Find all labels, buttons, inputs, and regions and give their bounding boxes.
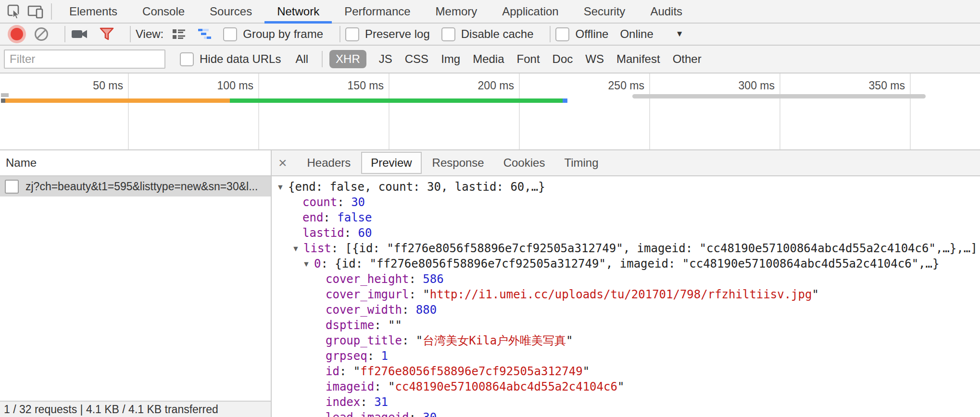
preserve-log-checkbox[interactable] <box>345 27 359 41</box>
json-segment: end <box>302 211 323 224</box>
capture-screenshots-button[interactable] <box>70 25 88 43</box>
network-toolbar: View: Group by frame <box>0 24 980 46</box>
json-segment: : <box>337 196 351 209</box>
tab-network[interactable]: Network <box>264 0 332 23</box>
record-button[interactable] <box>11 28 23 40</box>
network-status-bar: 1 / 32 requests | 4.1 KB / 4.1 KB transf… <box>0 401 271 417</box>
detail-tab-response[interactable]: Response <box>424 153 493 173</box>
json-segment: cover_height <box>326 272 409 286</box>
hide-data-urls-checkbox[interactable] <box>180 52 194 66</box>
request-list: zj?ch=beauty&t1=595&listtype=new&sn=30&l… <box>0 176 271 196</box>
request-name: zj?ch=beauty&t1=595&listtype=new&sn=30&l… <box>25 180 258 193</box>
offline-checkbox[interactable] <box>555 27 569 41</box>
filter-type-manifest[interactable]: Manifest <box>616 52 660 66</box>
expand-arrow-icon[interactable]: ▼ <box>292 241 303 257</box>
json-segment: imageid <box>326 380 374 393</box>
timeline-gridline <box>779 74 780 149</box>
json-segment: "" <box>388 319 402 332</box>
detail-tab-cookies[interactable]: Cookies <box>495 153 554 173</box>
overview-bar-dark-tip <box>1 98 5 103</box>
name-column-header[interactable]: Name <box>0 150 271 176</box>
preserve-log-option: Preserve log <box>345 27 430 41</box>
expand-arrow-icon[interactable]: ▼ <box>302 257 314 272</box>
filter-type-img[interactable]: Img <box>441 52 460 66</box>
json-segment: index <box>326 395 360 409</box>
group-by-frame-label: Group by frame <box>243 27 323 41</box>
request-checkbox[interactable] <box>5 180 19 194</box>
filter-type-css[interactable]: CSS <box>405 52 428 66</box>
json-segment: 31 <box>374 395 388 409</box>
filter-type-xhr[interactable]: XHR <box>329 50 366 68</box>
json-tree-line: imageid: "cc48190e57100864abc4d55a2c4104… <box>272 379 980 394</box>
json-tree-line: ▼{end: false, count: 30, lastid: 60,…} <box>272 179 980 195</box>
timeline-gridline <box>519 74 520 149</box>
detail-tab-preview[interactable]: Preview <box>361 152 421 174</box>
filter-type-doc[interactable]: Doc <box>553 52 573 66</box>
toolbar-divider-3 <box>339 26 340 42</box>
throttling-select[interactable]: Online <box>620 27 653 41</box>
json-segment: : <box>402 303 416 317</box>
json-segment: {end: false, count: 30, lastid: 60,…} <box>288 180 545 194</box>
tab-elements[interactable]: Elements <box>57 0 130 23</box>
json-segment: 880 <box>416 303 437 317</box>
json-tree-line: cover_height: 586 <box>272 271 980 287</box>
filter-input[interactable] <box>4 49 165 69</box>
offline-label: Offline <box>575 27 608 41</box>
json-segment: 1 <box>381 349 388 363</box>
preserve-log-label: Preserve log <box>365 27 430 41</box>
filter-type-ws[interactable]: WS <box>585 52 604 66</box>
json-segment: " <box>812 288 818 301</box>
json-segment: : <box>339 365 353 378</box>
waterfall-toggle-button[interactable] <box>197 26 213 42</box>
filter-type-other[interactable]: Other <box>673 52 702 66</box>
tab-console[interactable]: Console <box>130 0 197 23</box>
detail-tab-timing[interactable]: Timing <box>555 153 607 173</box>
detail-tab-headers[interactable]: Headers <box>299 153 360 173</box>
json-tree-line: lead_imageid: 30 <box>272 410 980 417</box>
json-segment: : <box>374 319 388 332</box>
table-row[interactable]: zj?ch=beauty&t1=595&listtype=new&sn=30&l… <box>0 176 271 196</box>
chevron-down-icon[interactable]: ▼ <box>676 29 684 39</box>
filter-type-media[interactable]: Media <box>473 52 504 66</box>
clear-button[interactable] <box>34 26 49 42</box>
json-segment: : [{id: "ff276e8056f58896e7cf92505a31274… <box>331 242 978 255</box>
json-segment: " <box>388 380 395 393</box>
device-toolbar-icon[interactable] <box>25 0 46 23</box>
timeline-gridline <box>649 74 650 149</box>
filter-toggle-button[interactable] <box>99 26 114 42</box>
json-segment: lastid <box>302 226 344 240</box>
tab-memory[interactable]: Memory <box>423 0 490 23</box>
tab-application[interactable]: Application <box>490 0 571 23</box>
json-segment: : <box>374 380 388 393</box>
tab-sources[interactable]: Sources <box>197 0 264 23</box>
close-icon[interactable]: × <box>278 156 287 170</box>
view-label: View: <box>136 27 163 41</box>
timeline-overview[interactable]: 50 ms100 ms150 ms200 ms250 ms300 ms350 m… <box>0 74 980 150</box>
json-segment: count <box>302 196 337 209</box>
filter-type-all[interactable]: All <box>295 52 308 66</box>
json-segment: 30 <box>351 196 365 209</box>
hide-data-urls-label: Hide data URLs <box>200 52 281 66</box>
devtools-window: ElementsConsoleSourcesNetworkPerformance… <box>0 0 980 417</box>
json-tree-line: end: false <box>272 210 980 225</box>
tab-security[interactable]: Security <box>571 0 638 23</box>
expand-arrow-icon[interactable]: ▼ <box>276 180 288 195</box>
tab-audits[interactable]: Audits <box>638 0 695 23</box>
devtools-tabbar: ElementsConsoleSourcesNetworkPerformance… <box>0 0 980 24</box>
timeline-tick-label: 300 ms <box>739 79 775 92</box>
tab-performance[interactable]: Performance <box>332 0 423 23</box>
json-segment: lead_imageid <box>326 411 409 417</box>
group-by-frame-checkbox[interactable] <box>223 27 237 41</box>
status-summary: 1 / 32 requests | 4.1 KB / 4.1 KB transf… <box>4 403 218 416</box>
filter-type-js[interactable]: JS <box>379 52 392 66</box>
disable-cache-checkbox[interactable] <box>441 27 455 41</box>
large-rows-button[interactable] <box>171 26 187 42</box>
json-segment: 60 <box>358 226 372 240</box>
json-segment: http://i1.umei.cc/uploads/tu/201701/798/… <box>430 288 812 301</box>
inspect-element-icon[interactable] <box>4 0 25 23</box>
filterbar-divider <box>322 51 323 67</box>
offline-option: Offline <box>555 27 608 41</box>
filter-type-font[interactable]: Font <box>517 52 540 66</box>
timeline-tick-label: 250 ms <box>608 79 644 92</box>
toolbar-divider-4 <box>550 26 551 42</box>
